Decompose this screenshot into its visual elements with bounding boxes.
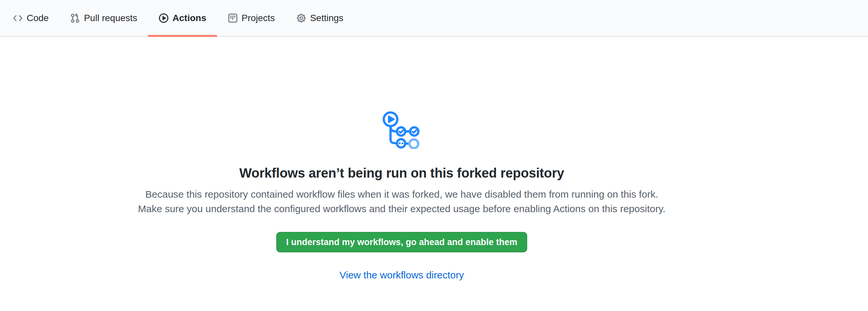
blankslate-heading: Workflows aren’t being run on this forke… [0,165,803,181]
git-pull-request-icon [70,13,80,23]
tab-actions[interactable]: Actions [148,0,217,37]
tab-code[interactable]: Code [2,0,59,37]
view-workflows-directory-link[interactable]: View the workflows directory [340,270,464,280]
tab-label: Projects [242,13,275,23]
actions-workflow-icon [383,111,421,150]
tab-label: Actions [173,13,207,23]
gear-icon [296,13,307,23]
tab-label: Pull requests [84,13,137,23]
tab-projects[interactable]: Projects [217,0,285,37]
code-icon [12,13,23,23]
tab-settings[interactable]: Settings [285,0,354,37]
project-icon [227,13,238,23]
tab-label: Settings [310,13,343,23]
tab-label: Code [27,13,49,23]
tab-pull-requests[interactable]: Pull requests [59,0,148,37]
actions-blankslate: Workflows aren’t being run on this forke… [0,37,803,281]
repo-nav: Code Pull requests Actions [0,0,868,37]
blankslate-description: Because this repository contained workfl… [135,187,669,216]
enable-workflows-button[interactable]: I understand my workflows, go ahead and … [276,232,527,252]
play-circle-icon [158,13,169,23]
